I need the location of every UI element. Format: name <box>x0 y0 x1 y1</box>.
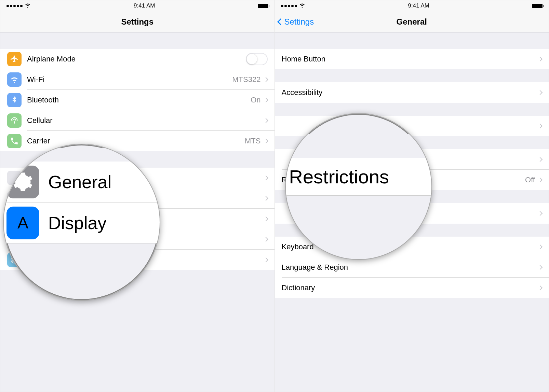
chevron-right-icon <box>263 118 268 123</box>
chevron-right-icon <box>263 237 268 242</box>
back-button[interactable]: Settings <box>278 11 314 32</box>
wifi-status-icon <box>299 2 305 10</box>
chevron-right-icon <box>538 124 543 128</box>
display-icon: A <box>6 207 39 239</box>
row-value: MTS <box>245 137 260 145</box>
signal-dots-icon <box>281 5 297 7</box>
row-carrier[interactable]: Carrier MTS <box>0 131 274 151</box>
row-label: Accessibility <box>282 88 539 97</box>
row-accessibility[interactable]: Accessibility <box>275 82 549 103</box>
row-label: Language & Region <box>282 263 539 272</box>
chevron-right-icon <box>538 178 543 182</box>
row-label: Airplane Mode <box>27 55 246 64</box>
battery-icon <box>258 4 268 8</box>
page-title: Settings <box>121 17 153 27</box>
chevron-right-icon <box>263 98 268 102</box>
row-label: Dictionary <box>282 283 539 292</box>
status-bar: 9:41 AM <box>275 0 549 11</box>
chevron-right-icon <box>538 211 543 216</box>
group-gap <box>275 32 549 49</box>
row-wifi[interactable]: Wi-Fi MTS322 <box>0 69 274 90</box>
chevron-right-icon <box>538 90 543 95</box>
airplane-toggle[interactable] <box>246 53 268 65</box>
chevron-right-icon <box>263 196 268 201</box>
row-label: Wi-Fi <box>27 75 232 84</box>
chevron-right-icon <box>538 244 543 249</box>
cellular-icon <box>7 113 22 128</box>
wifi-status-icon <box>25 2 31 10</box>
chevron-right-icon <box>263 139 268 143</box>
nav-header: Settings <box>0 11 274 32</box>
wifi-icon <box>7 72 22 87</box>
chevron-right-icon <box>263 216 268 221</box>
bluetooth-icon <box>7 93 22 107</box>
row-home-button[interactable]: Home Button <box>275 49 549 69</box>
chevron-left-icon <box>277 18 284 25</box>
row-label: Bluetooth <box>27 96 251 104</box>
battery-icon <box>532 4 543 8</box>
chevron-right-icon <box>538 157 543 162</box>
row-value: On <box>251 96 260 104</box>
chevron-right-icon <box>263 77 268 82</box>
chevron-right-icon <box>263 176 268 180</box>
magnifier-label: General <box>48 172 111 192</box>
signal-dots-icon <box>6 5 23 7</box>
status-time: 9:41 AM <box>134 2 155 9</box>
row-value: MTS322 <box>232 75 260 84</box>
magnifier-general: General A Display <box>3 144 160 301</box>
row-airplane-mode[interactable]: Airplane Mode <box>0 49 274 69</box>
screen-general: 9:41 AM Settings General Home Button Acc… <box>275 0 549 392</box>
chevron-right-icon <box>263 257 268 262</box>
row-label: Cellular <box>27 116 264 125</box>
group-gap <box>0 32 274 49</box>
page-title: General <box>397 17 427 27</box>
magnifier-label: Restrictions <box>289 166 389 188</box>
group-gap <box>275 103 549 116</box>
magnifier-restrictions: Restrictions <box>285 113 432 260</box>
row-cellular[interactable]: Cellular <box>0 110 274 131</box>
magnifier-label: Display <box>48 213 107 233</box>
screen-settings: 9:41 AM Settings Airplane Mode Wi-Fi MTS… <box>0 0 275 392</box>
row-value: Off <box>525 176 535 184</box>
phone-icon <box>7 134 22 148</box>
status-time: 9:41 AM <box>408 2 429 9</box>
group-gap <box>275 69 549 82</box>
row-label: Carrier <box>27 137 245 145</box>
back-label: Settings <box>284 17 314 27</box>
row-dictionary[interactable]: Dictionary <box>275 278 549 298</box>
status-bar: 9:41 AM <box>0 0 274 11</box>
row-bluetooth[interactable]: Bluetooth On <box>0 90 274 110</box>
row-language-region[interactable]: Language & Region <box>275 257 549 278</box>
chevron-right-icon <box>538 285 543 290</box>
airplane-icon <box>7 52 22 66</box>
row-label: Home Button <box>282 55 539 64</box>
nav-header: Settings General <box>275 11 549 32</box>
chevron-right-icon <box>538 265 543 270</box>
chevron-right-icon <box>538 57 543 61</box>
